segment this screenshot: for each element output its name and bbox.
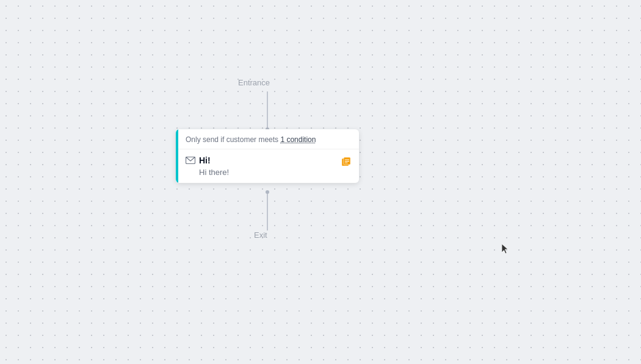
card-condition: Only send if customer meets 1 condition — [176, 129, 359, 149]
card-title-row: Hi! — [186, 155, 229, 165]
card-accent-border — [176, 129, 178, 183]
exit-label: Exit — [254, 230, 267, 240]
card-body: Hi! Hi there! — [176, 149, 359, 183]
condition-link[interactable]: 1 condition — [280, 135, 316, 144]
entrance-label: Entrance — [238, 78, 270, 87]
cursor — [502, 244, 509, 255]
condition-text: Only send if customer meets — [186, 135, 280, 144]
card-content: Hi! Hi there! — [186, 155, 229, 177]
svg-point-3 — [266, 190, 269, 194]
email-icon — [186, 157, 195, 164]
action-icon[interactable] — [341, 157, 352, 170]
card-title: Hi! — [199, 155, 211, 165]
card-subtitle: Hi there! — [186, 168, 229, 177]
email-card[interactable]: Only send if customer meets 1 condition … — [176, 129, 359, 183]
canvas: Entrance Only send if customer meets 1 c… — [0, 0, 641, 364]
